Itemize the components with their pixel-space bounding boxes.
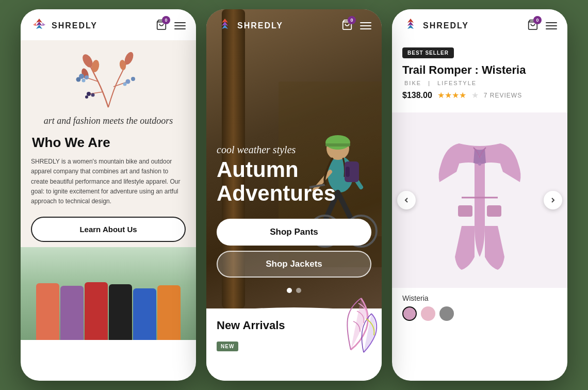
- phone2-logo-text: SHREDLY: [237, 21, 283, 30]
- phone2-autumn-line1: Autumn: [217, 158, 336, 182]
- phone1-who-heading: Who We Are: [31, 135, 186, 151]
- phone1-nav-icons: 0: [156, 19, 186, 32]
- figure-1: [36, 283, 59, 340]
- shredly-logo-icon-3: [402, 18, 419, 34]
- product-title: Trail Romper : Wisteria: [402, 63, 557, 77]
- dot-1[interactable]: [287, 288, 292, 293]
- svg-marker-3: [33, 23, 36, 26]
- phone3-logo-text: SHREDLY: [423, 21, 469, 30]
- phone3-nav-icons: 0: [527, 19, 557, 32]
- phone2-bottom: New Arrivals NEW: [206, 308, 382, 381]
- phone2-logo: SHREDLY: [217, 18, 283, 34]
- phone2-carousel-dots: [287, 288, 301, 293]
- group-photo-simulation: [21, 247, 196, 340]
- phone2-cart[interactable]: 0: [341, 19, 353, 32]
- figure-6: [157, 285, 181, 340]
- chevron-right-icon: [550, 197, 556, 203]
- group-figures: [36, 273, 181, 340]
- svg-rect-35: [346, 167, 350, 177]
- chevron-left-icon: [403, 197, 410, 203]
- phone1-nav: SHREDLY 0: [21, 9, 196, 40]
- phone1-hero: art and fashion meets the outdoors Who W…: [21, 40, 196, 247]
- romper-illustration: [418, 123, 542, 278]
- svg-point-14: [82, 79, 86, 83]
- product-stars: ★★★★: [437, 90, 466, 100]
- shop-jackets-button[interactable]: Shop Jackets: [217, 251, 371, 278]
- phone1-group-photo: [21, 247, 196, 340]
- svg-rect-46: [458, 205, 472, 217]
- floral-art: [67, 51, 150, 112]
- product-categories: BIKE | LIFESTYLE: [402, 80, 557, 86]
- phone-3: SHREDLY 0 BEST SELLER Trail Romper : Wis…: [392, 9, 567, 381]
- phone1-logo: SHREDLY: [31, 18, 97, 34]
- swatch-wisteria[interactable]: [402, 306, 417, 321]
- feather-decoration: [320, 293, 382, 355]
- phone2-nav-icons: 0: [341, 19, 371, 32]
- best-seller-badge: BEST SELLER: [402, 47, 454, 58]
- svg-point-16: [131, 77, 135, 81]
- carousel-prev-button[interactable]: [397, 191, 416, 209]
- phones-container: SHREDLY 0: [0, 0, 588, 390]
- shredly-logo-icon: [31, 18, 47, 34]
- phone3-nav: SHREDLY 0: [392, 9, 567, 40]
- category-lifestyle: LIFESTYLE: [437, 80, 477, 86]
- phone-2: SHREDLY 0 cool weather styles Autumn Adv…: [206, 9, 382, 381]
- phone3-product-image: [392, 112, 567, 288]
- phone3-logo: SHREDLY: [402, 18, 469, 34]
- color-name-label: Wisteria: [402, 294, 557, 302]
- phone2-cta-buttons: Shop Pants Shop Jackets: [217, 219, 371, 278]
- svg-point-17: [123, 83, 127, 86]
- svg-point-19: [91, 93, 95, 97]
- figure-4: [109, 284, 132, 340]
- learn-about-us-button[interactable]: Learn About Us: [31, 217, 186, 242]
- category-bike: BIKE: [404, 80, 421, 86]
- phone1-logo-text: SHREDLY: [52, 21, 97, 30]
- phone2-hero: SHREDLY 0 cool weather styles Autumn Adv…: [206, 9, 382, 308]
- phone1-cart-badge: 0: [162, 16, 170, 24]
- swatch-pink[interactable]: [421, 306, 435, 321]
- phone3-cart-badge: 0: [533, 16, 542, 24]
- figure-2: [60, 286, 84, 340]
- shredly-logo-icon-2: [217, 18, 233, 34]
- phone-1: SHREDLY 0: [21, 9, 196, 381]
- svg-point-13: [76, 77, 81, 82]
- phone1-description: SHREDLY is a women's mountain bike and o…: [31, 157, 186, 206]
- phone3-hamburger[interactable]: [546, 22, 557, 29]
- phone1-hamburger[interactable]: [174, 22, 186, 29]
- shop-pants-button[interactable]: Shop Pants: [217, 219, 371, 246]
- svg-point-45: [478, 163, 481, 166]
- phone2-hamburger[interactable]: [360, 22, 371, 29]
- phone2-new-badge: NEW: [217, 342, 238, 351]
- svg-point-18: [87, 92, 91, 96]
- category-separator: |: [428, 80, 431, 86]
- phone3-cart[interactable]: 0: [527, 19, 538, 32]
- phone2-cool-label: cool weather styles: [217, 144, 336, 156]
- carousel-next-button[interactable]: [544, 191, 562, 209]
- phone2-nav: SHREDLY 0: [206, 9, 382, 40]
- figure-3: [85, 282, 108, 340]
- dot-2[interactable]: [296, 288, 301, 293]
- svg-point-20: [85, 95, 88, 99]
- phone3-product-content: BEST SELLER Trail Romper : Wisteria BIKE…: [392, 40, 567, 112]
- phone2-hero-text: cool weather styles Autumn Adventures: [217, 144, 336, 205]
- svg-rect-47: [487, 205, 501, 217]
- swatch-gray[interactable]: [439, 306, 454, 321]
- product-star-half: ★: [471, 90, 479, 100]
- phone1-cart[interactable]: 0: [156, 19, 167, 32]
- figure-5: [133, 288, 156, 340]
- svg-point-12: [85, 75, 89, 79]
- phone2-autumn-line2: Adventures: [217, 182, 336, 205]
- product-price-row: $138.00 ★★★★★ 7 REVIEWS: [402, 90, 557, 100]
- phone3-bottom: Wisteria: [392, 288, 567, 327]
- product-price: $138.00: [402, 91, 432, 100]
- product-review-count: 7 REVIEWS: [484, 92, 522, 99]
- svg-marker-4: [42, 23, 45, 26]
- phone2-cart-badge: 0: [348, 16, 356, 24]
- phone1-tagline: art and fashion meets the outdoors: [31, 115, 186, 127]
- color-swatches: [402, 306, 557, 321]
